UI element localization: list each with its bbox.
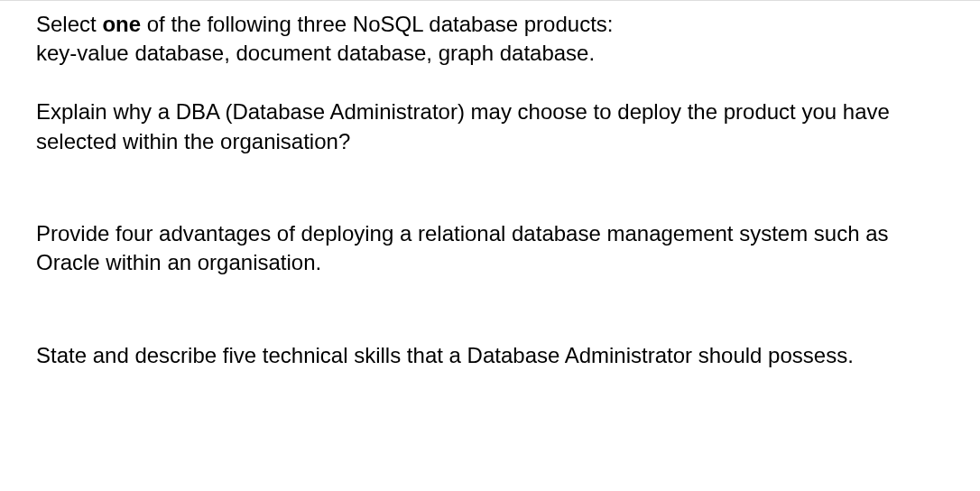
question-1-intro: Select one of the following three NoSQL … bbox=[36, 10, 944, 39]
question-3: State and describe five technical skills… bbox=[36, 341, 944, 370]
question-3-text: State and describe five technical skills… bbox=[36, 341, 944, 370]
question-1: Select one of the following three NoSQL … bbox=[36, 10, 944, 156]
question-1-options: key-value database, document database, g… bbox=[36, 39, 944, 68]
question-2: Provide four advantages of deploying a r… bbox=[36, 219, 944, 278]
text-segment: Select bbox=[36, 12, 102, 36]
text-segment: of the following three NoSQL database pr… bbox=[141, 12, 613, 36]
question-2-text: Provide four advantages of deploying a r… bbox=[36, 219, 944, 278]
question-1-prompt: Explain why a DBA (Database Administrato… bbox=[36, 97, 944, 156]
emphasized-word: one bbox=[102, 12, 141, 36]
